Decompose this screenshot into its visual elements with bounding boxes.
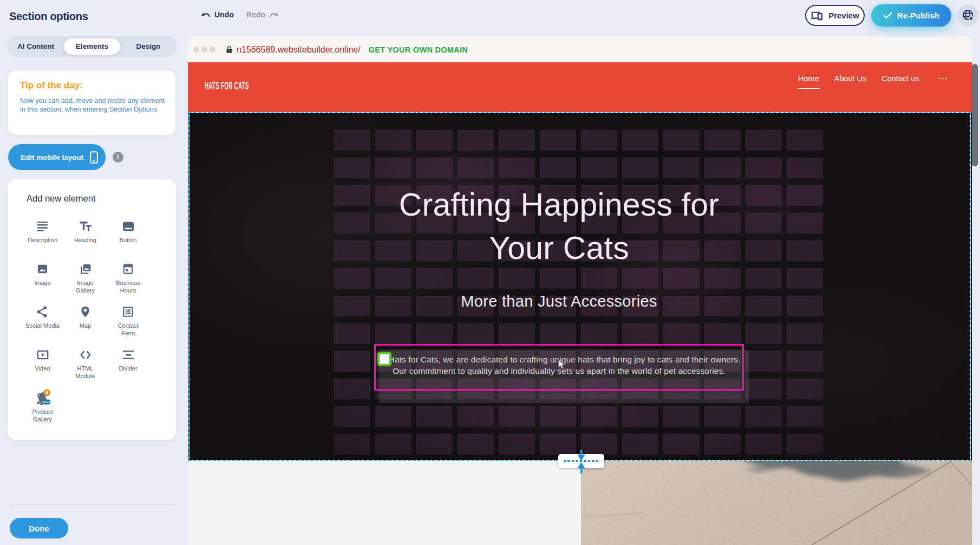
nav-contact-us[interactable]: Contact us	[881, 74, 919, 83]
element-map[interactable]: Map	[64, 304, 107, 347]
element-label: Divider	[119, 365, 137, 373]
element-label: Social Media	[25, 322, 60, 330]
pavement-photo	[581, 461, 972, 545]
get-domain-link[interactable]: GET YOUR OWN DOMAIN	[369, 46, 468, 54]
element-social-media[interactable]: Social Media	[21, 304, 64, 347]
element-label: Business Hours	[110, 280, 146, 294]
element-label: Image	[34, 280, 51, 287]
site-nav: Home About Us Contact us ···	[783, 74, 948, 83]
element-label: Map	[80, 322, 91, 330]
nav-about-us[interactable]: About Us	[834, 74, 867, 83]
map-icon	[79, 304, 92, 319]
site-url[interactable]: n1566589.websitebuilder.online/	[237, 45, 361, 55]
republish-label: Re-Publish	[897, 11, 939, 20]
tip-title: Tip of the day:	[20, 80, 164, 91]
element-label: Description	[28, 237, 57, 244]
html-module-icon	[79, 347, 92, 362]
element-grid: Description Heading Button Image Image G…	[21, 219, 149, 433]
info-button[interactable]: i	[113, 152, 123, 163]
tab-design[interactable]: Design	[120, 38, 177, 55]
browser-dot	[201, 47, 207, 53]
check-icon	[883, 12, 892, 19]
hero-subheading[interactable]: More than Just Accessories	[374, 291, 744, 311]
video-icon	[36, 347, 49, 362]
element-label: Contact Form	[110, 322, 146, 337]
browser-dot	[193, 47, 199, 53]
hero-section[interactable]: Crafting Happiness for Your Cats More th…	[188, 113, 972, 460]
section-selection-border-top	[188, 112, 971, 113]
element-video[interactable]: Video	[21, 347, 64, 390]
redo-label: Redo	[246, 10, 265, 19]
tip-body: Now you can add, move and resize any ele…	[20, 97, 167, 114]
selection-drag-handle[interactable]	[377, 352, 391, 366]
done-label: Done	[29, 524, 49, 533]
element-label: Button	[120, 237, 137, 244]
element-image[interactable]: Image	[21, 262, 64, 304]
heading-icon	[79, 219, 92, 233]
undo-button[interactable]: Undo	[200, 10, 234, 19]
site-header: HATS FOR CATS Home About Us Contact us ·…	[188, 62, 972, 113]
element-business-hours[interactable]: Business Hours	[107, 262, 149, 304]
language-globe-button[interactable]	[957, 5, 978, 26]
element-label: Heading	[74, 237, 96, 244]
element-html-module[interactable]: HTML Module	[64, 347, 107, 390]
element-product-gallery[interactable]: Product Gallery	[21, 390, 64, 433]
redo-button[interactable]: Redo	[246, 10, 280, 19]
site-logo[interactable]: HATS FOR CATS	[205, 79, 249, 92]
button-icon	[122, 219, 135, 233]
mobile-phone-icon	[89, 151, 99, 164]
canvas-scrollbar[interactable]	[972, 64, 978, 166]
tab-ai-content[interactable]: AI Content	[8, 38, 64, 55]
sidebar-divider	[10, 504, 176, 504]
hero-heading[interactable]: Crafting Happiness for Your Cats	[374, 183, 744, 270]
preview-button[interactable]: Preview	[805, 5, 865, 26]
resize-arrow-down-icon	[577, 450, 586, 462]
nav-more[interactable]: ···	[939, 74, 949, 83]
description-icon	[36, 219, 49, 233]
element-description[interactable]: Description	[21, 219, 64, 262]
nav-home[interactable]: Home	[798, 74, 819, 83]
lock-icon	[226, 46, 233, 54]
edit-mobile-label: Edit mobile layout	[21, 153, 83, 161]
element-image-gallery[interactable]: Image Gallery	[64, 262, 107, 304]
undo-label: Undo	[214, 10, 234, 19]
element-heading[interactable]: Heading	[64, 219, 107, 262]
image-icon	[36, 262, 49, 276]
element-label: Video	[35, 365, 50, 373]
element-label: HTML Module	[68, 365, 103, 380]
element-label: Image Gallery	[68, 280, 103, 294]
image-gallery-icon	[79, 262, 92, 276]
section-selection-border-left	[188, 112, 190, 461]
app: Section options Undo Redo Preview Re-Pub…	[0, 0, 980, 545]
element-button[interactable]: Button	[107, 219, 149, 262]
element-label: Product Gallery	[25, 408, 61, 423]
redo-icon	[269, 10, 280, 19]
resize-arrow-up-icon	[577, 461, 586, 473]
mouse-cursor	[558, 359, 569, 370]
business-hours-icon	[122, 262, 134, 276]
section-selection-border-right	[970, 112, 971, 461]
hero-background-shade	[188, 113, 972, 460]
sidebar-tabs: AI Content Elements Design	[8, 36, 177, 57]
preview-label: Preview	[828, 11, 859, 20]
tab-elements[interactable]: Elements	[64, 38, 120, 55]
undo-icon	[200, 10, 211, 19]
devices-icon	[811, 10, 824, 22]
tip-card: Tip of the day: Now you can add, move an…	[8, 70, 175, 135]
social-media-icon	[36, 304, 49, 319]
done-button[interactable]: Done	[10, 518, 68, 538]
product-gallery-icon	[32, 390, 54, 405]
add-element-heading: Add new element	[27, 193, 96, 204]
element-contact-form[interactable]: Contact Form	[107, 304, 149, 347]
browser-dot	[210, 47, 215, 53]
globe-icon	[961, 9, 975, 22]
contact-form-icon	[122, 304, 134, 319]
divider-icon	[122, 347, 135, 362]
element-divider[interactable]: Divider	[107, 347, 149, 390]
edit-mobile-layout-button[interactable]: Edit mobile layout	[8, 144, 106, 170]
info-icon: i	[117, 153, 119, 161]
page-title: Section options	[9, 10, 88, 23]
republish-button[interactable]: Re-Publish	[871, 4, 951, 27]
browser-bar: n1566589.websitebuilder.online/ GET YOUR…	[188, 37, 972, 62]
site-canvas: n1566589.websitebuilder.online/ GET YOUR…	[188, 37, 972, 545]
